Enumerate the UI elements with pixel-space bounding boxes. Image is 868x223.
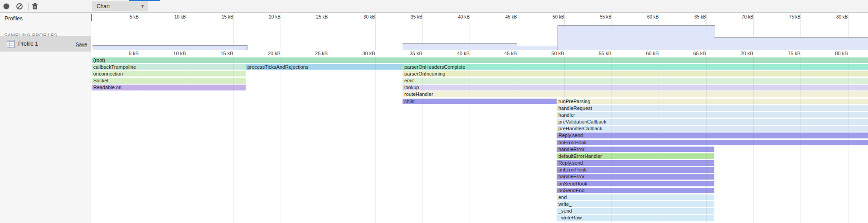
trash-icon — [31, 3, 39, 10]
flame-bar[interactable]: Socket — [92, 78, 246, 84]
overview-left-handle[interactable] — [91, 14, 92, 21]
flame-bar[interactable]: defaultErrorHandler — [557, 153, 714, 159]
flame-bar-label: runPreParsing — [558, 99, 590, 104]
flame-gridline — [800, 57, 801, 223]
view-mode-value: Chart — [97, 3, 141, 9]
flame-bar[interactable]: callbackTrampoline — [92, 64, 246, 70]
flame-bar[interactable]: _send — [557, 208, 714, 214]
flame-bar-label: handleError — [558, 147, 584, 152]
ruler-top-tick-label: 30 kB — [339, 14, 377, 20]
overview-step[interactable] — [402, 43, 517, 50]
overview-step[interactable] — [558, 25, 715, 50]
flame-bar-label: Reply.send — [558, 133, 583, 138]
flame-bar-label: onErrorHook — [558, 167, 587, 173]
chevron-down-icon: ▼ — [141, 4, 145, 9]
ruler-top-tick-label: 10 kB — [150, 14, 187, 20]
flame-bar-label: parserOnHeadersComplete — [404, 64, 466, 70]
flame-bar-label: handleRequest — [558, 105, 592, 111]
ruler-bottom-tick-label: 60 kB — [622, 51, 661, 57]
flame-bar-label: lookup — [404, 85, 419, 90]
ruler-bottom-tick-label: 50 kB — [528, 51, 567, 57]
save-profile-link[interactable]: Save — [76, 42, 87, 47]
delete-profile-button[interactable] — [30, 1, 40, 11]
flame-gridline — [233, 57, 234, 223]
record-button[interactable] — [1, 1, 11, 11]
flame-bar-label: onSendHook — [558, 181, 587, 187]
overview-step[interactable] — [517, 46, 558, 50]
flame-bar[interactable]: handleError — [557, 147, 714, 152]
profiles-header: Profiles — [5, 15, 23, 22]
ruler-bottom-tick-label: 20 kB — [244, 51, 283, 57]
ruler-top-tick-label: 45 kB — [480, 14, 518, 20]
clear-button[interactable] — [15, 1, 24, 11]
view-mode-select[interactable]: Chart ▼ — [92, 1, 148, 11]
ruler-bottom-tick-label: 10 kB — [150, 51, 189, 57]
profile-name: Profile 1 — [18, 41, 38, 47]
flame-bar[interactable]: Reply.send — [557, 133, 868, 138]
flame-bar[interactable]: child — [402, 99, 557, 104]
flame-bar[interactable]: onSendHook — [557, 181, 714, 187]
flame-chart-pane: 5 kB5 kB10 kB10 kB15 kB15 kB20 kB20 kB25… — [91, 13, 868, 223]
flame-bar-label: Reply.send — [558, 160, 583, 166]
profile-list-item[interactable]: Profile 1 Save — [0, 36, 91, 52]
flame-bar[interactable]: lookup — [402, 85, 868, 90]
flame-bar-label: _writeRaw — [558, 215, 582, 221]
flame-bar[interactable]: handleError — [557, 174, 714, 180]
flame-bar[interactable]: onconnection — [92, 71, 246, 77]
toolbar-section-divider — [74, 0, 74, 12]
block-icon — [16, 3, 23, 10]
ruler-top-tick-label: 70 kB — [717, 14, 755, 20]
flame-bar-label: _send — [558, 208, 572, 214]
heap-profiler-panel: Chart ▼ Profiles SAMPLING PROFILES Profi… — [0, 0, 868, 223]
flame-bar[interactable]: processTicksAndRejections — [246, 64, 402, 70]
flame-gridline — [422, 57, 423, 223]
flame-bar-label: routeHandler — [404, 91, 433, 97]
flame-bar[interactable]: onSendEnd — [557, 188, 714, 194]
flame-bar[interactable]: Readable.on — [92, 85, 246, 90]
flame-bar[interactable]: preValidationCallback — [557, 119, 868, 125]
overview-step[interactable] — [92, 45, 247, 50]
ruler-top-tick-label: 55 kB — [575, 14, 613, 20]
flame-bar[interactable]: handler — [557, 112, 868, 118]
ruler-bottom-tick-label: 30 kB — [339, 51, 378, 57]
flame-bar[interactable]: routeHandler — [402, 91, 868, 97]
flame-bar[interactable]: parserOnIncoming — [402, 71, 868, 77]
flame-bar-label: handler — [558, 112, 575, 118]
flame-gridline — [328, 57, 328, 223]
toolbar: Chart ▼ — [0, 0, 868, 13]
overview-step[interactable] — [714, 37, 868, 50]
ruler-top-tick-label: 35 kB — [386, 14, 424, 20]
toolbar-divider — [28, 3, 29, 10]
flame-bar[interactable]: onErrorHook — [557, 140, 868, 146]
flame-bar[interactable]: _writeRaw — [557, 215, 714, 221]
flame-gridline — [470, 57, 470, 223]
flame-bar[interactable]: parserOnHeadersComplete — [402, 64, 868, 70]
ruler-top-tick-label: 40 kB — [433, 14, 471, 20]
record-icon — [3, 3, 10, 10]
flame-bar[interactable]: write_ — [557, 201, 714, 207]
flame-bar[interactable]: preHandlerCallback — [557, 126, 868, 132]
flame-bar[interactable]: (root) — [92, 57, 868, 63]
flame-bar-label: Readable.on — [93, 85, 121, 90]
sidebar-divider — [91, 13, 91, 223]
flame-gridline — [753, 57, 754, 223]
flame-bar[interactable]: Reply.send — [557, 160, 714, 166]
flame-bar[interactable]: emit — [402, 78, 868, 84]
ruler-bottom-tick-label: 5 kB — [102, 51, 141, 57]
flame-gridline — [375, 57, 376, 223]
panel-accent-line — [129, 0, 160, 1]
ruler-top-tick-label: 75 kB — [764, 14, 802, 20]
flame-bar[interactable]: onErrorHook — [557, 167, 714, 173]
ruler-top-tick-label: 65 kB — [670, 14, 708, 20]
flame-bar[interactable]: end — [557, 195, 714, 200]
ruler-top-tick-label: 50 kB — [528, 14, 566, 20]
ruler-bottom-tick-label: 75 kB — [764, 51, 803, 57]
flame-bar[interactable]: handleRequest — [557, 105, 868, 111]
flame-bar-label: write_ — [558, 201, 572, 207]
flame-bar-label: preHandlerCallback — [558, 126, 602, 132]
flame-bar[interactable]: runPreParsing — [557, 99, 868, 104]
flame-gridline — [611, 57, 612, 223]
flame-bar-label: preValidationCallback — [558, 119, 606, 125]
flame-bar-label: parserOnIncoming — [404, 71, 446, 77]
flame-gridline — [564, 57, 565, 223]
